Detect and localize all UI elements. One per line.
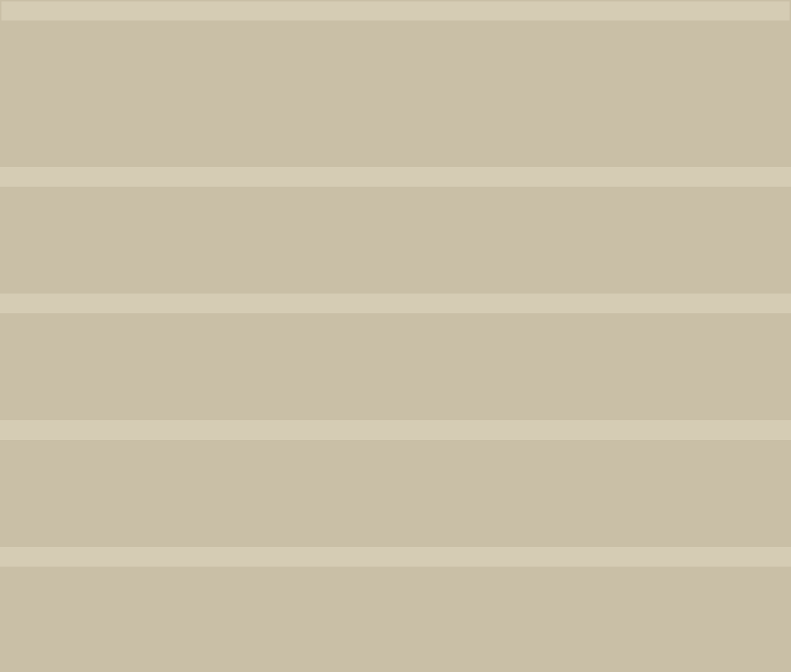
attribute-table bbox=[0, 313, 791, 420]
wuxing-table bbox=[0, 440, 791, 547]
page bbox=[0, 0, 791, 672]
wave-table bbox=[0, 567, 791, 672]
top-header bbox=[1, 1, 790, 20]
attribute-section-title bbox=[0, 294, 791, 313]
wuxing-section-title bbox=[0, 420, 791, 440]
codename-section-title bbox=[0, 167, 791, 187]
codename-table bbox=[0, 187, 791, 294]
wave-section-title bbox=[0, 547, 791, 567]
top-table bbox=[0, 0, 791, 167]
